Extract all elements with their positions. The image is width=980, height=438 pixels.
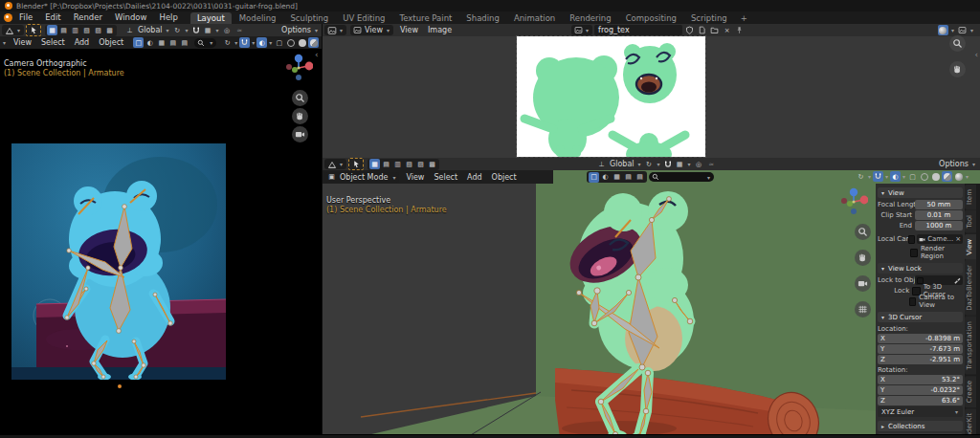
view-lock-section-header[interactable]: ▾ View Lock [878, 263, 963, 274]
snap-magnet-icon[interactable] [873, 171, 883, 182]
search-field[interactable]: ▾ [649, 172, 714, 182]
sidebar-collapse-arrow[interactable]: ‹ [974, 51, 978, 59]
overlays-icon[interactable]: ◐ [256, 37, 267, 48]
select-mode-icon-5[interactable]: ▩ [104, 25, 115, 35]
menu-help[interactable]: Help [153, 11, 183, 24]
options-dropdown[interactable]: Options ▾ [936, 160, 976, 168]
menu-add[interactable]: Add [70, 38, 95, 47]
orientation-label[interactable]: Global [609, 160, 635, 168]
workspace-tab-scripting[interactable]: Scripting [684, 12, 734, 24]
menu-image[interactable]: Image [423, 26, 457, 34]
add-workspace-button[interactable]: + [735, 13, 753, 23]
render-slot-icon[interactable] [957, 25, 968, 35]
workspace-tab-sculpting[interactable]: Sculpting [283, 12, 335, 24]
menu-select[interactable]: Select [429, 173, 462, 182]
select-mode-icon-3[interactable]: ▧ [81, 25, 92, 35]
camera-view-icon[interactable] [855, 275, 871, 292]
editor-type-button[interactable]: ▾ [2, 25, 24, 35]
magnet-icon[interactable] [191, 26, 201, 35]
search-field[interactable]: ▾ [194, 38, 216, 48]
workspace-tab-texture-paint[interactable]: Texture Paint [393, 12, 459, 24]
zoom-icon[interactable] [949, 35, 966, 52]
clip-end-field[interactable]: 1000 m [915, 221, 963, 230]
scene-lights-icon[interactable]: ↻ [856, 171, 866, 182]
xray-toggle-icon[interactable]: □ [589, 172, 599, 183]
tweak-mode-icon[interactable]: ▦ [47, 25, 57, 35]
camera-viewport[interactable]: Camera Orthographic (1) Scene Collection… [0, 49, 323, 438]
shading-wireframe-icon[interactable] [285, 37, 296, 48]
chevron-down-icon[interactable]: ▾ [185, 27, 189, 33]
zoom-icon[interactable] [292, 90, 308, 106]
menu-edit[interactable]: Edit [39, 11, 66, 24]
tab-item[interactable]: Item [965, 185, 976, 209]
rotation-mode-dropdown[interactable]: XYZ Euler ▾ [878, 406, 963, 417]
shading-rendered-icon[interactable] [953, 171, 964, 182]
magnet-icon[interactable] [663, 160, 673, 169]
workspace-tab-layout[interactable]: Layout [190, 12, 232, 24]
menu-render[interactable]: Render [68, 11, 108, 24]
visibility-icon-2[interactable]: ▦ [612, 172, 622, 183]
texture-image[interactable] [517, 36, 705, 157]
pan-hand-icon[interactable] [949, 61, 966, 77]
camera-to-view-checkbox[interactable] [909, 297, 917, 306]
navigation-gizmo[interactable] [839, 186, 868, 215]
pivot-icon[interactable]: ↻ [222, 37, 233, 48]
menu-object[interactable]: Object [487, 173, 522, 182]
display-mode-dropdown[interactable]: View ▾ [350, 25, 393, 35]
workspace-tab-uv-editing[interactable]: UV Editing [336, 12, 391, 24]
active-tool-select-box[interactable] [26, 24, 41, 36]
orientation-label[interactable]: Global [137, 26, 164, 34]
visibility-icon-3[interactable]: ▤ [167, 37, 178, 48]
xray-toggle-icon[interactable]: □ [133, 37, 144, 48]
editor-type-button[interactable]: ▾ [324, 25, 346, 35]
proportional-edit-icon[interactable]: ◎ [222, 25, 233, 35]
falloff-curve-icon[interactable]: ≈ [706, 159, 717, 169]
sidebar-collapse-arrow[interactable]: ‹ [315, 51, 319, 59]
tab-daztoblender[interactable]: DazToBlender [965, 260, 976, 316]
select-mode-icon-2[interactable]: ▥ [392, 159, 403, 169]
select-mode-icon-2[interactable]: ▥ [70, 25, 80, 35]
overlays-icon[interactable]: ◐ [890, 171, 901, 182]
tweak-mode-icon[interactable]: ▦ [369, 159, 380, 169]
workspace-tab-animation[interactable]: Animation [507, 12, 562, 24]
orthographic-toggle-icon[interactable] [855, 301, 871, 318]
editor-type-button[interactable]: ▾ [324, 159, 346, 169]
pan-hand-icon[interactable] [855, 250, 871, 266]
shading-wireframe-icon[interactable] [919, 171, 929, 182]
render-region-checkbox[interactable] [910, 249, 918, 257]
mode-dropdown-collapsed[interactable]: ▾ [0, 39, 9, 46]
select-mode-icon-1[interactable]: ▤ [58, 25, 69, 35]
menu-object[interactable]: Object [94, 38, 128, 47]
camera-view-icon[interactable] [292, 126, 308, 142]
tab-transportation[interactable]: Transportation [965, 317, 976, 375]
options-dropdown[interactable]: Options ▾ [278, 26, 319, 34]
proportional-edit-icon[interactable]: ◎ [694, 159, 704, 169]
shading-solid-icon[interactable] [930, 171, 941, 182]
clear-icon[interactable]: × [955, 235, 961, 243]
menu-window[interactable]: Window [109, 11, 153, 24]
tab-view[interactable]: View [965, 234, 976, 260]
shading-material-icon[interactable] [942, 171, 952, 182]
zoom-icon[interactable] [855, 224, 871, 240]
visibility-icon-3[interactable]: ▤ [623, 172, 634, 183]
workspace-tab-rendering[interactable]: Rendering [563, 12, 617, 24]
chevron-down-icon[interactable]: ▾ [166, 27, 170, 33]
menu-view[interactable]: View [395, 26, 423, 34]
shading-solid-icon[interactable] [297, 37, 307, 48]
blender-menu-icon[interactable] [4, 13, 12, 22]
active-tool-select-box[interactable] [348, 158, 364, 170]
select-mode-icon-3[interactable]: ▧ [404, 159, 414, 169]
menu-select[interactable]: Select [36, 38, 70, 47]
workspace-tab-shading[interactable]: Shading [459, 12, 506, 24]
open-image-folder-icon[interactable] [709, 25, 720, 35]
image-editor[interactable]: ▾ View ▾ View Image ▾ frog_tex × [323, 24, 980, 158]
visibility-icon-2[interactable]: ▦ [156, 37, 167, 48]
shading-material-icon[interactable] [308, 37, 319, 48]
pivot-point-icon[interactable]: ↻ [644, 159, 655, 169]
pivot-point-icon[interactable]: ↻ [172, 25, 183, 35]
channels-icon[interactable] [938, 25, 948, 35]
select-mode-icon-4[interactable]: ▨ [93, 25, 103, 35]
fake-user-shield-icon[interactable] [684, 25, 695, 35]
pin-icon[interactable] [734, 25, 745, 35]
select-mode-icon-1[interactable]: ▤ [381, 159, 391, 169]
